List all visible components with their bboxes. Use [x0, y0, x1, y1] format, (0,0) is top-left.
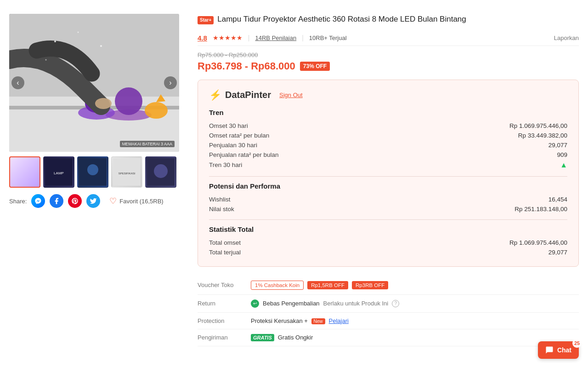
share-messenger-button[interactable]	[31, 194, 45, 208]
dp-separator-2	[209, 219, 567, 220]
svg-rect-4	[115, 87, 142, 115]
heart-icon: ♡	[109, 196, 117, 206]
product-title: Star+Lampu Tidur Proyektor Aesthetic 360…	[198, 14, 579, 25]
svg-point-17	[87, 164, 98, 175]
discount-badge: 73% OFF	[300, 62, 330, 71]
return-label: Return	[198, 300, 243, 307]
original-price: Rp75.000 - Rp250.000	[198, 52, 579, 58]
voucher-cashback-tag[interactable]: 1% Cashback Koin	[251, 281, 304, 290]
ratings-row: 4.8 ★★★★★ | 14RB Penilaian | 10RB+ Terju…	[198, 30, 579, 46]
voucher-content: 1% Cashback Koin Rp1,5RB OFF Rp3RB OFF	[251, 281, 388, 290]
sold-count: 10RB+ Terjual	[309, 34, 347, 41]
report-link[interactable]: Laporkan	[554, 34, 579, 41]
price-row: Rp75.000 - Rp250.000 Rp36.798 - Rp68.000…	[198, 52, 579, 72]
svg-point-12	[100, 45, 102, 47]
datapinter-header: ⚡ DataPinter Sign Out	[209, 89, 567, 101]
thumbnail-3[interactable]	[77, 156, 108, 188]
datapinter-card: ⚡ DataPinter Sign Out Tren Omset 30 hari…	[198, 80, 579, 267]
thumbnail-4[interactable]: SPESIFIKASI	[111, 156, 142, 188]
datapinter-arrow-icon: ⚡	[209, 89, 221, 101]
return-content: ↩ Bebas Pengembalian Berlaku untuk Produ…	[251, 299, 399, 308]
rating-score[interactable]: 4.8	[198, 34, 207, 42]
star-plus-badge: Star+	[198, 16, 214, 24]
chat-button[interactable]: 25 Chat	[538, 341, 579, 359]
total-omset-row: Total omset Rp 1.069.975.446,00	[209, 238, 567, 247]
share-pinterest-button[interactable]	[68, 194, 82, 208]
reviews-link[interactable]: 14RB Penilaian	[255, 34, 297, 41]
return-icon: ↩	[251, 299, 259, 308]
voucher-tag3[interactable]: Rp3RB OFF	[352, 281, 388, 289]
share-facebook-button[interactable]	[50, 194, 63, 208]
stars: ★★★★★	[213, 34, 243, 41]
chat-badge: 25	[572, 339, 582, 348]
omset-30-row: Omset 30 hari Rp 1.069.975.446,00	[209, 121, 567, 131]
statistik-section-title: Statistik Total	[209, 225, 567, 233]
trend-up-icon: ▲	[560, 161, 567, 169]
svg-point-10	[54, 40, 56, 42]
return-row: Return ↩ Bebas Pengembalian Berlaku untu…	[198, 295, 579, 313]
thumbnail-5[interactable]	[145, 156, 176, 188]
protection-content: Proteksi Kerusakan + New Pelajari	[251, 317, 349, 324]
thumbnail-2[interactable]: LAMP	[43, 156, 74, 188]
total-terjual-row: Total terjual 29,077	[209, 247, 567, 257]
wishlist-row: Wishlist 16,454	[209, 195, 567, 204]
share-label: Share:	[9, 198, 27, 205]
product-info: Star+Lampu Tidur Proyektor Aesthetic 360…	[198, 14, 579, 346]
voucher-row: Voucher Toko 1% Cashback Koin Rp1,5RB OF…	[198, 276, 579, 295]
gratis-text: Gratis Ongkir	[278, 334, 313, 341]
return-text: Bebas Pengembalian	[263, 300, 320, 307]
svg-point-8	[145, 102, 168, 119]
gratis-badge: GRATIS	[251, 334, 274, 341]
svg-point-7	[95, 98, 112, 109]
image-prev-button[interactable]: ‹	[11, 76, 24, 89]
image-area: TOKO LUCKY.ID	[9, 14, 184, 346]
svg-point-11	[78, 32, 79, 33]
datapinter-signout-button[interactable]: Sign Out	[279, 92, 303, 98]
pelajari-link[interactable]: Pelajari	[329, 317, 349, 324]
pengiriman-content: GRATIS Gratis Ongkir	[251, 334, 313, 341]
favorite-label: Favorit (16,5RB)	[119, 198, 163, 205]
svg-point-13	[45, 59, 47, 61]
image-next-button[interactable]: ›	[164, 76, 177, 89]
svg-text:LAMP: LAMP	[54, 171, 64, 175]
favorite-button[interactable]: ♡ Favorit (16,5RB)	[109, 196, 163, 206]
penjualan-rata-row: Penjualan rata² per bulan 909	[209, 150, 567, 160]
new-badge: New	[311, 318, 325, 324]
price-main: Rp36.798 - Rp68.000 73% OFF	[198, 60, 579, 72]
pengiriman-label: Pengiriman	[198, 334, 243, 341]
detail-rows: Voucher Toko 1% Cashback Koin Rp1,5RB OF…	[198, 276, 579, 346]
svg-point-21	[154, 164, 168, 178]
price-range: Rp36.798 - Rp68.000	[198, 60, 295, 72]
protection-text: Proteksi Kerusakan + New	[251, 317, 325, 324]
svg-text:SPESIFIKASI: SPESIFIKASI	[119, 172, 136, 175]
tren-section-title: Tren	[209, 109, 567, 116]
protection-row: Protection Proteksi Kerusakan + New Pela…	[198, 313, 579, 329]
voucher-tag2[interactable]: Rp1,5RB OFF	[307, 281, 348, 289]
dp-separator-1	[209, 176, 567, 177]
main-product-image: TOKO LUCKY.ID	[9, 14, 179, 152]
potensi-section-title: Potensi dan Performa	[209, 182, 567, 190]
tren-30-row: Tren 30 hari ▲	[209, 160, 567, 171]
return-info-icon[interactable]: ?	[392, 300, 399, 307]
chat-icon	[545, 346, 554, 354]
penjualan-30-row: Penjualan 30 hari 29,077	[209, 140, 567, 150]
share-row: Share: ♡ Favorit (16,5RB)	[9, 194, 184, 208]
share-twitter-button[interactable]	[86, 194, 100, 208]
return-sub: Berlaku untuk Produk Ini	[323, 300, 389, 307]
voucher-label: Voucher Toko	[198, 282, 243, 288]
pengiriman-row: Pengiriman GRATIS Gratis Ongkir	[198, 329, 579, 346]
nilai-stok-row: Nilai stok Rp 251.183.148,00	[209, 204, 567, 214]
chat-label: Chat	[557, 346, 571, 354]
protection-label: Protection	[198, 317, 243, 324]
omset-rata-row: Omset rata² per bulan Rp 33.449.382,00	[209, 131, 567, 140]
thumbnail-strip: LAMP SPESIFIKASI	[9, 156, 184, 188]
thumbnail-1[interactable]	[9, 156, 40, 188]
datapinter-logo: ⚡ DataPinter	[209, 89, 271, 101]
datapinter-name: DataPinter	[225, 90, 271, 100]
